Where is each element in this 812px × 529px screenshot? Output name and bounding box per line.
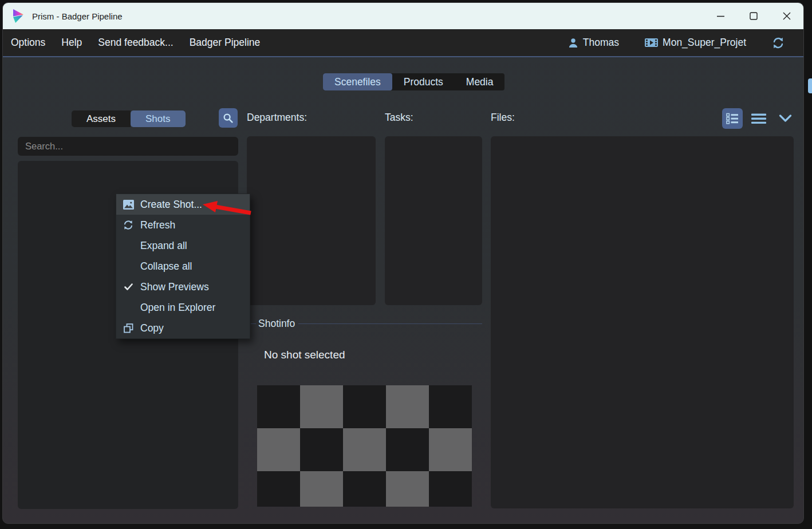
- search-input[interactable]: [18, 137, 238, 156]
- detail-view-button[interactable]: [722, 108, 743, 129]
- image-icon: [116, 199, 140, 210]
- files-label: Files:: [491, 112, 515, 124]
- refresh-icon: [116, 219, 140, 231]
- departments-label: Departments:: [247, 112, 307, 124]
- window-title: Prism - Badger Pipeline: [32, 11, 123, 21]
- departments-list[interactable]: [247, 136, 376, 305]
- refresh-icon: [771, 36, 785, 50]
- shotinfo-title: Shotinfo: [256, 318, 298, 330]
- menu-badger-pipeline[interactable]: Badger Pipeline: [182, 29, 269, 56]
- entity-toggle: Assets Shots: [72, 110, 186, 127]
- project-film-icon: [644, 37, 659, 49]
- prism-logo-icon: [11, 9, 25, 23]
- tab-media[interactable]: Media: [455, 73, 505, 90]
- context-menu-item-copy[interactable]: Copy: [116, 318, 250, 338]
- assets-tab-button[interactable]: Assets: [72, 110, 131, 127]
- project-button[interactable]: Mon_Super_Projet: [634, 37, 756, 49]
- no-shot-selected-text: No shot selected: [264, 349, 345, 361]
- user-button[interactable]: Thomas: [557, 37, 629, 49]
- flat-view-button[interactable]: [748, 108, 769, 129]
- search-icon: [223, 113, 234, 124]
- search-button[interactable]: [219, 108, 238, 128]
- titlebar[interactable]: Prism - Badger Pipeline: [3, 3, 803, 29]
- maximize-icon: [750, 12, 758, 20]
- context-menu-item-refresh[interactable]: Refresh: [116, 215, 250, 235]
- close-button[interactable]: [770, 3, 803, 29]
- context-menu-item-show-previews[interactable]: Show Previews: [116, 277, 250, 297]
- minimize-icon: [717, 13, 724, 20]
- minimize-button[interactable]: [704, 3, 737, 29]
- shots-tab-button[interactable]: Shots: [131, 110, 185, 127]
- context-menu-item-open-in-explorer[interactable]: Open in Explorer: [116, 297, 250, 318]
- section-tabbar: Scenefiles Products Media: [323, 73, 504, 90]
- maximize-button[interactable]: [737, 3, 770, 29]
- background-window-edge: [808, 78, 812, 93]
- chevron-down-icon: [779, 115, 792, 123]
- menu-send-feedback[interactable]: Send feedback...: [90, 29, 181, 56]
- user-name: Thomas: [583, 37, 619, 49]
- context-menu-item-create-shot[interactable]: Create Shot...: [116, 194, 250, 215]
- close-icon: [783, 12, 791, 20]
- menu-options[interactable]: Options: [3, 29, 53, 56]
- refresh-button[interactable]: [761, 36, 795, 50]
- expand-files-button[interactable]: [775, 108, 795, 129]
- tab-scenefiles[interactable]: Scenefiles: [323, 73, 392, 90]
- shotinfo-group-header: Shotinfo: [251, 317, 482, 330]
- desktop: Prism - Badger Pipeline Options Help Sen…: [0, 0, 812, 529]
- groupbox-line-left: [251, 323, 256, 324]
- files-list[interactable]: [491, 136, 794, 508]
- prism-window: Prism - Badger Pipeline Options Help Sen…: [2, 2, 804, 524]
- groupbox-line-right: [298, 323, 482, 324]
- list-icon: [751, 113, 767, 125]
- detail-list-icon: [726, 113, 739, 124]
- copy-icon: [116, 323, 140, 334]
- menubar: Options Help Send feedback... Badger Pip…: [3, 29, 803, 57]
- context-menu-item-collapse-all[interactable]: Collapse all: [116, 256, 250, 277]
- shot-preview-checkerboard: [257, 385, 472, 507]
- user-icon: [567, 37, 579, 49]
- tasks-label: Tasks:: [385, 112, 413, 124]
- project-name: Mon_Super_Projet: [663, 37, 746, 49]
- tasks-list[interactable]: [385, 136, 482, 305]
- menu-help[interactable]: Help: [53, 29, 90, 56]
- context-menu: Create Shot... Refresh Expand all: [116, 194, 250, 339]
- tab-products[interactable]: Products: [392, 73, 455, 90]
- checkmark-icon: [116, 283, 140, 291]
- context-menu-item-expand-all[interactable]: Expand all: [116, 235, 250, 256]
